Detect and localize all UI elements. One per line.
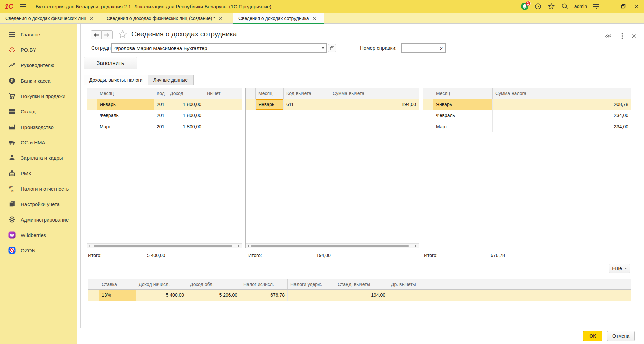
sidebar-item-nastroyki-ucheta[interactable]: Настройки учета (0, 196, 77, 212)
scroll-left-icon[interactable] (89, 245, 90, 247)
summary-table-header: Ставка Доход начисл. Доход обл. Налог ис… (88, 279, 631, 290)
close-tab-icon[interactable] (90, 16, 94, 20)
fill-button[interactable]: Заполнить (84, 57, 137, 69)
search-icon[interactable] (561, 2, 569, 10)
close-form-icon[interactable] (630, 32, 637, 40)
ok-button[interactable]: ОК (583, 331, 602, 341)
window-tab-income-new[interactable]: Сведения о доходах физических лиц (созда… (101, 13, 233, 24)
tab-personal-data[interactable]: Личные данные (148, 75, 194, 85)
app-window: 1С Бухгалтерия для Беларуси, редакция 2.… (0, 0, 644, 344)
table-row[interactable]: Январь 201 1 800,00 (87, 99, 242, 110)
notifications-icon[interactable]: 1 (521, 2, 529, 10)
sidebar-item-glavnoe[interactable]: Главное (0, 27, 77, 42)
table-row[interactable]: Январь 611 194,00 (246, 99, 419, 110)
cancel-button[interactable]: Отмена (607, 331, 635, 341)
table-row[interactable]: Январь 208,78 (423, 99, 631, 110)
sidebar-item-label: Склад (21, 109, 35, 114)
close-tab-icon[interactable] (219, 16, 223, 20)
col-month[interactable]: Месяц (256, 88, 284, 99)
window-tab-label: Сведения о доходах физических лиц (созда… (107, 16, 215, 21)
col-income-accrued[interactable]: Доход начисл. (136, 279, 187, 289)
col-deduction[interactable]: Вычет (204, 88, 242, 99)
more-button[interactable]: Еще (609, 264, 630, 273)
nav-forward-button[interactable] (102, 30, 113, 39)
sidebar-item-proizvodstvo[interactable]: Производство (0, 119, 77, 135)
employee-open-button[interactable] (328, 44, 336, 52)
col-tax-withheld[interactable]: Налоги удерж. (288, 279, 335, 289)
favorites-star-icon[interactable] (547, 2, 555, 10)
col-other-deductions[interactable]: Др. вычеты (388, 279, 631, 289)
col-standard-deductions[interactable]: Станд. вычеты (335, 279, 388, 289)
sidebar-item-rukovoditelyu[interactable]: Руководителю (0, 57, 77, 73)
horizontal-scrollbar[interactable] (246, 243, 419, 248)
favorite-page-star-icon[interactable] (118, 30, 127, 39)
sidebar-item-pokupki-i-prodazhi[interactable]: Покупки и продажи (0, 88, 77, 104)
sidebar-item-zarplata-i-kadry[interactable]: Зарплата и кадры (0, 150, 77, 165)
employee-field[interactable]: Фролова Мария Максимовна Бухгалтер (111, 43, 327, 53)
sidebar-item-administrirovanie[interactable]: Администрирование (0, 212, 77, 227)
bank-icon: Р (8, 77, 16, 85)
scrollbar-thumb[interactable] (251, 245, 409, 247)
nav-back-button[interactable] (91, 30, 102, 39)
main-menu-icon[interactable] (20, 4, 26, 8)
deduction-table[interactable]: Месяц Код вычета Сумма вычета Январь 611… (245, 88, 419, 248)
sidebar-item-sklad[interactable]: Склад (0, 104, 77, 119)
svg-text:Кт: Кт (11, 189, 15, 192)
scroll-left-icon[interactable] (247, 245, 249, 247)
col-month[interactable]: Месяц (97, 88, 154, 99)
col-deduction-sum[interactable]: Сумма вычета (330, 88, 419, 99)
scroll-right-icon[interactable] (415, 245, 417, 247)
more-actions-icon[interactable] (618, 32, 626, 40)
row-indicator-header (423, 88, 433, 99)
window-tab-employee-income[interactable]: Сведения о доходах сотрудника (233, 13, 324, 24)
tab-incomes-deductions-taxes[interactable]: Доходы, вычеты, налоги (84, 75, 148, 85)
chevron-down-icon (322, 47, 324, 49)
col-deduction-code[interactable]: Код вычета (284, 88, 330, 99)
sidebar-item-label: Настройки учета (21, 201, 60, 207)
maximize-button[interactable] (619, 2, 627, 10)
col-income[interactable]: Доход (167, 88, 204, 99)
col-code[interactable]: Код (154, 88, 167, 99)
close-window-button[interactable] (633, 2, 641, 10)
service-menu-icon[interactable] (592, 2, 600, 10)
col-tax-calculated[interactable]: Налог исчисл. (240, 279, 288, 289)
employee-dropdown-button[interactable] (319, 44, 326, 52)
table-row[interactable]: 13% 5 400,00 5 206,00 676,78 194,00 (88, 290, 631, 301)
income-table-header: Месяц Код Доход Вычет (87, 88, 242, 99)
summary-table[interactable]: Ставка Доход начисл. Доход обл. Налог ис… (88, 279, 631, 323)
income-table[interactable]: Месяц Код Доход Вычет Январь 201 1 800,0… (87, 88, 242, 248)
gear-icon (8, 215, 16, 224)
history-icon[interactable] (534, 2, 542, 10)
close-tab-icon[interactable] (312, 16, 316, 20)
table-row[interactable]: Март 234,00 (423, 121, 631, 132)
table-row[interactable]: Март 201 1 800,00 (87, 121, 242, 132)
table-row[interactable]: Февраль 234,00 (423, 110, 631, 121)
window-tab-income-list[interactable]: Сведения о доходах физических лиц (0, 13, 101, 24)
scrollbar-thumb[interactable] (94, 245, 232, 247)
horizontal-scrollbar[interactable] (87, 243, 242, 248)
col-month[interactable]: Месяц (433, 88, 493, 99)
cart-icon (8, 92, 16, 100)
sidebar-item-po-by[interactable]: РО.BY (0, 42, 77, 57)
certificate-number-input[interactable] (401, 43, 446, 53)
sidebar-item-wildberries[interactable]: W Wildberries (0, 227, 77, 243)
user-name[interactable]: admin (574, 4, 587, 9)
col-tax-sum[interactable]: Сумма налога (493, 88, 631, 99)
sidebar-item-label: OZON (21, 248, 35, 253)
copy-link-icon[interactable] (605, 32, 612, 40)
sidebar-item-nalogi-i-otchetnost[interactable]: ДтКт Налоги и отчетность (0, 181, 77, 196)
table-splitter[interactable] (244, 88, 244, 248)
table-row[interactable]: Февраль 201 1 800,00 (87, 110, 242, 121)
sidebar-item-bank-i-kassa[interactable]: Р Банк и касса (0, 73, 77, 88)
page-title: Сведения о доходах сотрудника (131, 30, 237, 38)
po-by-icon (8, 46, 16, 54)
sidebar-item-ozon[interactable]: OZON (0, 243, 77, 258)
sidebar-item-os-i-nma[interactable]: ОС и НМА (0, 135, 77, 150)
tax-table[interactable]: Месяц Сумма налога Январь 208,78 Февраль… (423, 88, 631, 248)
table-splitter[interactable] (421, 88, 421, 248)
col-income-taxable[interactable]: Доход обл. (187, 279, 240, 289)
sidebar-item-rmk[interactable]: РМК (0, 165, 77, 181)
col-rate[interactable]: Ставка (99, 279, 136, 289)
minimize-button[interactable] (606, 2, 614, 10)
scroll-right-icon[interactable] (238, 245, 240, 247)
